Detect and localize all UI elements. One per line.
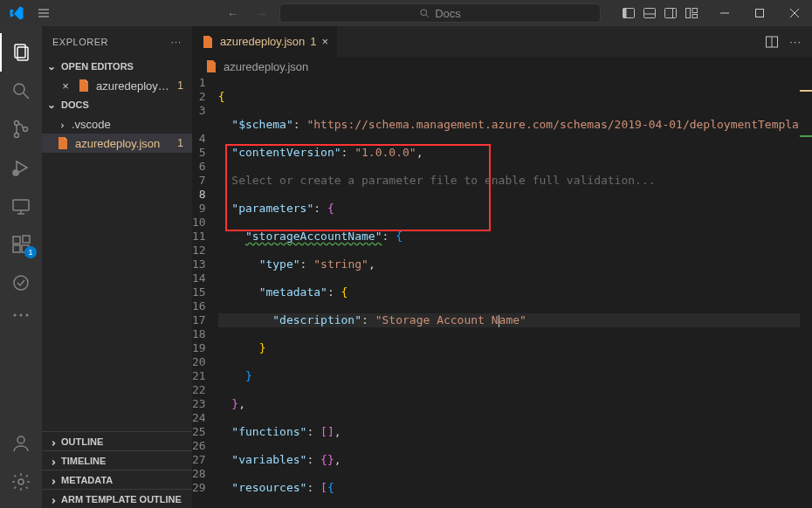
- line-gutter: 1234567891011121314151617181920212223242…: [192, 76, 218, 508]
- workspace-section[interactable]: ⌄DOCS: [42, 95, 192, 114]
- activity-source-control[interactable]: [0, 110, 42, 148]
- file-azuredeploy[interactable]: azuredeploy.json 1: [42, 134, 192, 153]
- svg-point-33: [20, 314, 23, 317]
- tab-modified-indicator: 1: [310, 35, 316, 48]
- svg-line-1: [426, 15, 428, 17]
- activity-search[interactable]: [0, 72, 42, 110]
- svg-point-17: [14, 84, 24, 94]
- svg-rect-9: [692, 9, 698, 13]
- nav-back-icon[interactable]: ←: [227, 7, 238, 20]
- window-minimize-button[interactable]: [707, 0, 742, 26]
- open-editor-item[interactable]: × azuredeploy… 1: [42, 76, 192, 95]
- editor-more-icon[interactable]: ···: [789, 35, 802, 48]
- svg-rect-24: [13, 200, 29, 210]
- svg-point-35: [17, 436, 24, 443]
- open-editor-label: azuredeploy…: [96, 79, 172, 93]
- editor-tabs: azuredeploy.json 1 × ···: [192, 26, 812, 57]
- window-maximize-button[interactable]: [742, 0, 777, 26]
- explorer-sidebar: EXPLORER ··· ⌄OPEN EDITORS × azuredeploy…: [42, 26, 192, 508]
- open-editors-section[interactable]: ⌄OPEN EDITORS: [42, 57, 192, 76]
- modified-badge: 1: [177, 79, 192, 92]
- layout-sidebar-left-icon[interactable]: [622, 6, 636, 20]
- layout-panel-icon[interactable]: [643, 6, 657, 20]
- file-label: azuredeploy.json: [75, 137, 172, 150]
- activity-explorer[interactable]: [0, 33, 42, 72]
- menu-icon[interactable]: [37, 6, 51, 20]
- svg-rect-4: [644, 9, 656, 18]
- activity-extensions[interactable]: 1: [0, 225, 42, 264]
- breadcrumbs[interactable]: azuredeploy.json: [192, 57, 812, 76]
- tab-close-icon[interactable]: ×: [322, 35, 329, 48]
- svg-point-19: [15, 121, 19, 126]
- explorer-title: EXPLORER: [52, 37, 108, 47]
- tab-label: azuredeploy.json: [220, 35, 305, 48]
- overview-ruler[interactable]: [800, 76, 812, 508]
- svg-point-0: [421, 10, 427, 16]
- file-icon: [77, 79, 91, 93]
- svg-point-20: [15, 134, 19, 138]
- svg-point-21: [24, 127, 28, 132]
- layout-sidebar-right-icon[interactable]: [664, 6, 678, 20]
- svg-rect-8: [686, 9, 691, 18]
- svg-rect-6: [665, 9, 677, 18]
- window-close-button[interactable]: [777, 0, 812, 26]
- metadata-section[interactable]: ⌄METADATA: [42, 470, 192, 489]
- title-bar: ← → Docs: [0, 0, 812, 26]
- close-icon[interactable]: ×: [59, 79, 72, 93]
- folder-vscode[interactable]: ⌄ .vscode: [42, 114, 192, 134]
- activity-more[interactable]: [0, 302, 42, 328]
- svg-point-36: [18, 479, 24, 484]
- explorer-more-icon[interactable]: ···: [171, 37, 182, 47]
- svg-rect-28: [13, 245, 20, 252]
- activity-testing[interactable]: [0, 264, 42, 302]
- timeline-section[interactable]: ⌄TIMELINE: [42, 450, 192, 470]
- outline-section[interactable]: ⌄OUTLINE: [42, 431, 192, 450]
- svg-point-34: [26, 314, 29, 317]
- vscode-logo-icon: [9, 5, 24, 21]
- activity-bar: 1: [0, 26, 42, 508]
- svg-rect-3: [623, 9, 627, 18]
- search-placeholder: Docs: [435, 7, 461, 20]
- split-editor-icon[interactable]: [765, 35, 779, 49]
- arm-outline-section[interactable]: ⌄ARM TEMPLATE OUTLINE: [42, 489, 192, 508]
- activity-remote[interactable]: [0, 187, 42, 225]
- search-icon: [419, 8, 430, 18]
- code-content[interactable]: { "$schema": "https://schema.management.…: [218, 76, 812, 508]
- editor-area: azuredeploy.json 1 × ··· azuredeploy.jso…: [192, 26, 812, 508]
- breadcrumb-file: azuredeploy.json: [224, 60, 308, 73]
- svg-rect-12: [756, 10, 764, 17]
- svg-rect-10: [692, 15, 698, 18]
- file-icon: [201, 35, 215, 49]
- file-icon: [56, 136, 70, 150]
- activity-accounts[interactable]: [0, 424, 42, 463]
- svg-rect-30: [23, 236, 30, 243]
- extensions-badge: 1: [24, 246, 37, 258]
- command-center[interactable]: Docs: [279, 3, 601, 23]
- svg-rect-27: [13, 237, 20, 244]
- activity-settings[interactable]: [0, 463, 42, 501]
- layout-customize-icon[interactable]: [685, 6, 698, 20]
- nav-forward-icon: →: [256, 7, 267, 20]
- svg-line-18: [24, 93, 29, 99]
- svg-point-31: [14, 276, 28, 290]
- file-icon: [204, 59, 218, 73]
- svg-point-32: [14, 314, 17, 317]
- modified-badge: 1: [177, 137, 192, 149]
- code-editor[interactable]: 1234567891011121314151617181920212223242…: [192, 76, 812, 508]
- tab-azuredeploy[interactable]: azuredeploy.json 1 ×: [192, 26, 338, 57]
- activity-run-debug[interactable]: [0, 148, 42, 187]
